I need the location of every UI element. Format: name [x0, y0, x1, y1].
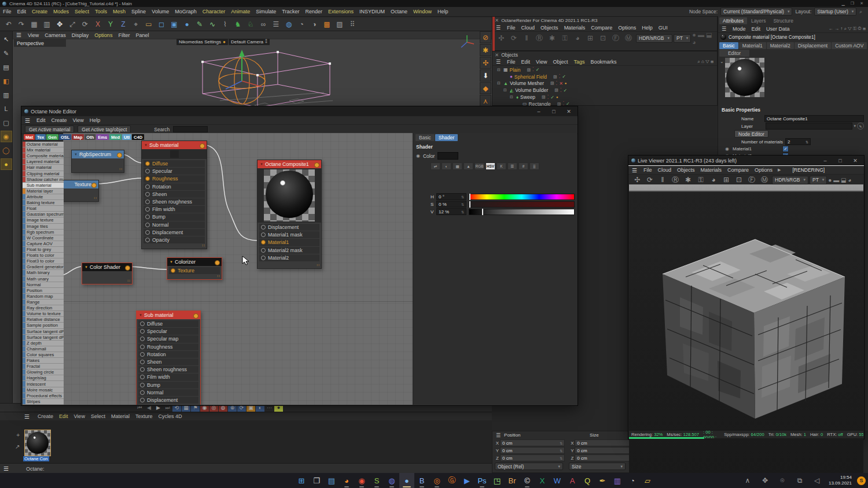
rotate-icon[interactable]: ⟳ — [79, 18, 91, 30]
taskbar-sublime[interactable]: S — [369, 473, 384, 488]
menu-options[interactable]: Options — [752, 167, 775, 173]
node-type-stripes[interactable]: Stripes — [23, 399, 64, 405]
frame-icon[interactable]: ▢ — [1, 117, 12, 128]
material-name[interactable]: Octane Con — [23, 456, 49, 461]
tray-mic-icon[interactable]: ⌾ — [776, 475, 789, 487]
pin-normal[interactable]: Normal — [144, 221, 205, 228]
bezier-icon[interactable]: ⌇ — [219, 18, 231, 30]
node-type-procedural-effects[interactable]: Procedural effects — [23, 393, 64, 399]
input-port[interactable] — [140, 390, 145, 395]
expander-icon[interactable]: ⊟ — [497, 81, 502, 86]
menu-material[interactable]: Material — [108, 413, 133, 419]
rows-icon[interactable]: ▥ — [1, 89, 12, 101]
globe-icon[interactable]: ◍ — [282, 18, 295, 30]
taskbar-cinema4d[interactable]: ● — [399, 473, 414, 488]
menu-file[interactable]: File — [641, 167, 655, 173]
octane-settings-icon[interactable]: ✱ — [480, 44, 491, 56]
menu-view[interactable]: View — [533, 59, 550, 65]
render-icon[interactable]: ▩ — [321, 18, 333, 30]
value-value[interactable]: 12 %⇅ — [436, 208, 466, 215]
taskbar-folder[interactable]: ▱ — [640, 473, 655, 488]
menu-gui[interactable]: GUI — [656, 25, 671, 31]
pin-material2-mask[interactable]: Material2 mask — [259, 247, 319, 254]
material-count-stepper[interactable]: 2⇅ — [785, 138, 811, 145]
pin-sheen[interactable]: Sheen — [144, 191, 205, 198]
taskbar-taskview[interactable]: ❐ — [309, 473, 324, 488]
object-rel-select[interactable]: Object (Rel)▾ — [495, 463, 563, 470]
render-view[interactable] — [629, 184, 863, 488]
more-icon[interactable]: ⠿ — [346, 18, 359, 30]
color-radio-icon[interactable]: ◉ — [416, 153, 420, 158]
tray-chevron-icon[interactable]: ∧ — [741, 475, 754, 487]
node-type-fractal[interactable]: Fractal — [23, 364, 64, 369]
shade1-icon[interactable]: ◔ — [295, 18, 308, 30]
node-type-gradient-generator[interactable]: Gradient generator — [23, 264, 64, 270]
node-rgbspectrum[interactable]: ▼ RgbSpectrum ∷ — [71, 150, 124, 173]
input-port[interactable] — [171, 268, 175, 273]
node-type-math-binary[interactable]: Math binary — [23, 270, 64, 276]
taskbar-word[interactable]: W — [550, 473, 565, 488]
menu-view[interactable]: View — [25, 32, 42, 38]
octane-render-kernel-select[interactable]: PT▾ — [674, 34, 691, 43]
resize-grip-icon[interactable]: ∷ — [128, 279, 131, 283]
input-port[interactable] — [145, 207, 150, 212]
node-type-floats-to-color[interactable]: Floats to color — [23, 253, 64, 258]
tab-editor[interactable]: Editor — [719, 50, 749, 57]
menu-mode[interactable]: Mode — [730, 26, 749, 32]
statusbar-menu-icon[interactable]: ☰ — [0, 465, 12, 472]
axis-y-icon[interactable]: Y — [104, 18, 117, 30]
taskbar-photoshop[interactable]: Ps — [475, 473, 490, 488]
menu-compare[interactable]: Compare — [588, 25, 615, 31]
menu-cameras[interactable]: Cameras — [42, 32, 69, 38]
node-type-float[interactable]: Float — [23, 206, 64, 212]
orange-box-icon[interactable]: ◧ — [1, 75, 12, 87]
node-type-position[interactable]: Position — [23, 288, 64, 294]
viewport-menu-icon[interactable]: ☰ — [13, 32, 25, 38]
resize-grip-icon[interactable]: ∷ — [218, 274, 220, 279]
node-type-float3-to-color[interactable]: Float3 to color — [23, 258, 64, 264]
octane-converge-icon[interactable]: ✣ — [480, 57, 491, 69]
node-type-color-squares[interactable]: Color squares — [23, 352, 64, 358]
input-port[interactable] — [140, 345, 145, 349]
input-port[interactable] — [261, 232, 266, 237]
state-icon[interactable]: ✕ — [559, 81, 563, 86]
menu-overflow-icon[interactable]: ▶ — [775, 168, 783, 172]
node-type-image-texture[interactable]: Image texture — [23, 217, 64, 223]
undo-icon[interactable]: ↶ — [2, 18, 15, 30]
pin-opacity[interactable]: Opacity — [144, 236, 205, 243]
input-port[interactable] — [145, 223, 150, 227]
angle-icon[interactable]: L — [1, 103, 12, 114]
input-port[interactable] — [145, 215, 150, 219]
material-thumbnail[interactable] — [24, 430, 51, 456]
tab-material1[interactable]: Material1 — [739, 42, 766, 49]
pin-rotation[interactable]: Rotation — [138, 351, 198, 358]
enable-dots-icon[interactable]: ⁚ — [559, 74, 561, 79]
octane-download-icon[interactable]: ⬇ — [480, 69, 491, 82]
menu-octane[interactable]: Octane — [388, 9, 410, 14]
node-type-clipping-material[interactable]: Clipping material — [23, 171, 64, 177]
settings-icon[interactable]: ✱ — [546, 32, 558, 45]
pin-texture[interactable]: Texture — [169, 267, 220, 274]
attr-menu-icon[interactable]: ☰ — [718, 26, 730, 32]
layers-icon[interactable]: ▤ — [1, 61, 12, 73]
node-type-layered-material[interactable]: Layered material — [23, 159, 64, 165]
taskbar-octane[interactable]: ◍ — [384, 473, 399, 488]
expander-icon[interactable]: ⊟ — [503, 88, 508, 93]
picker-mode-[interactable]: ☰ — [507, 162, 517, 170]
tag-dot-icon[interactable]: ● — [565, 82, 567, 85]
menu-view[interactable]: View — [70, 117, 87, 123]
input-port[interactable] — [261, 248, 266, 253]
node-editor-menu-icon[interactable]: ☰ — [21, 117, 34, 124]
enable-dots-icon[interactable]: ⁚ — [532, 67, 534, 72]
material-ball-icon[interactable]: ◉ — [1, 131, 12, 142]
resize-grip-icon[interactable]: ∷ — [94, 196, 97, 201]
axis-x-icon[interactable]: X — [91, 18, 104, 30]
layer-toggle-icon[interactable]: ▨ — [553, 75, 557, 79]
search-input[interactable] — [173, 126, 208, 132]
taskbar-bridge[interactable]: Br — [505, 473, 520, 488]
menu-select[interactable]: Select — [88, 413, 108, 419]
tree-item-sweep[interactable]: ⊟♦Sweep▨⁚✓● — [492, 94, 717, 101]
input-port[interactable] — [140, 375, 145, 379]
node-texture[interactable]: Texture ∷ — [63, 180, 99, 202]
node-type-composite-material[interactable]: Composite material — [23, 153, 64, 159]
